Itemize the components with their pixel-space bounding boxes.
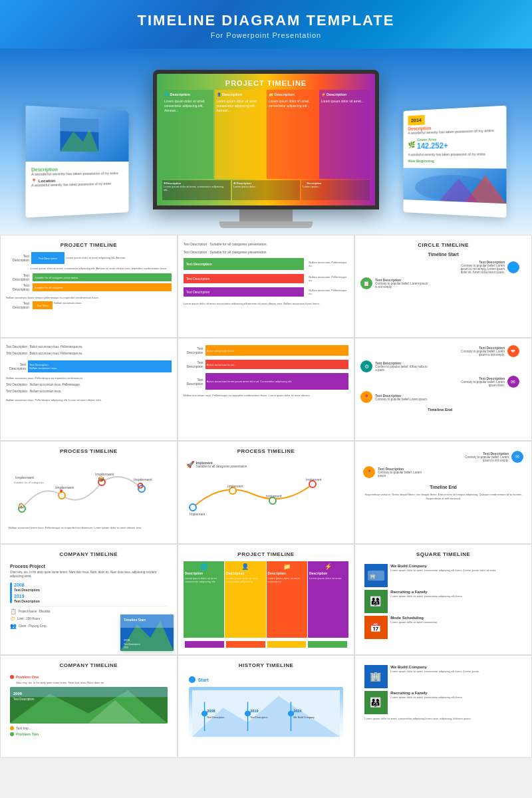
proj-bar-orange: Suitable for all assignee. xyxy=(33,283,172,291)
proj-tl4-row2: Text Description Action accumsan lorem. xyxy=(184,360,349,369)
history-start-label: Start xyxy=(198,678,209,682)
square-tl-content: 🏢 We Build Company Lorem ipsum dolor sit… xyxy=(360,561,526,644)
monitor-base xyxy=(219,221,313,228)
circle-extra-dot-2: 📍 xyxy=(363,466,375,478)
svg-text:Text Description: Text Description xyxy=(13,698,35,701)
square-item-3: 📅 Mode Scheduling Lorem ipsum dolor sit … xyxy=(364,616,522,639)
slide-project-timeline-2: Text Description Suitable for all catego… xyxy=(178,235,355,338)
slide-company-timeline-1: COMPANY TIMELINE Process Project Otter e… xyxy=(0,544,178,655)
svg-text:We Build Company: We Build Company xyxy=(293,716,315,719)
problem-1: Problem One xyxy=(10,675,168,679)
proj-row-3: Text Description Suitable for all assign… xyxy=(6,283,172,291)
company-tl1-title: COMPANY TIMELINE xyxy=(6,551,172,557)
vert-proj-bottom xyxy=(184,640,349,649)
circle-extra-items: Text Description Contrary to popular bel… xyxy=(360,448,526,503)
square-tl2-content: 🏢 We Build Company Lorem ipsum dolor sit… xyxy=(360,662,526,723)
left-slide: Description A wonderful serenity has tak… xyxy=(26,106,129,218)
square-img-3: 📅 xyxy=(364,616,388,639)
proj-bar-red: Text Description xyxy=(184,274,305,283)
svg-text:🏠: 🏠 xyxy=(18,502,25,509)
svg-text:Implement: Implement xyxy=(306,477,322,481)
vert-proj-tl: 🌐 Description Lorem ipsum dolor sit amet… xyxy=(184,561,349,638)
process-svg-2: Implement Implement Implement Implement xyxy=(186,471,332,517)
company-subtitle: Process Project xyxy=(10,564,168,569)
history-start: Start xyxy=(189,676,344,683)
proj-tl4-row3: Text Description Action accumsan lorem i… xyxy=(184,373,349,390)
svg-text:Text Description: Text Description xyxy=(250,716,267,719)
header-subtitle: For Powerpoint Presentation xyxy=(7,31,525,39)
company-tl-image: Timeline Start 2008 Text Description 201… xyxy=(120,614,174,651)
circle-extra-2: 📍 Text Description Contrary to popular b… xyxy=(363,466,523,478)
circle-dot-6: 📍 xyxy=(360,391,372,403)
circle-item-3: Text Description Contrary to popular bel… xyxy=(458,345,519,357)
svg-text:Text Description: Text Description xyxy=(124,643,140,646)
svg-text:Implement: Implement xyxy=(266,494,282,498)
square-item-2: 👨‍👩‍👧 Recruiting a Family Lorem ipsum do… xyxy=(364,590,522,613)
monitor-bottom-row: ✉ Description Lorem ipsum dolor sit amet… xyxy=(162,180,370,200)
process-tl2-content: 🚀 Implement Suitable for all categories … xyxy=(184,458,349,523)
right-slide-area: 🌿 Green Area 142.252+ xyxy=(408,136,501,151)
square-img-4: 🏢 xyxy=(364,665,388,688)
history-tl-visual: 2008 2019 2024 Text Description Text Des… xyxy=(189,687,344,740)
client-icon: 👥 xyxy=(10,623,17,629)
slide-circle-tl-extra: Text Description Contrary to popular bel… xyxy=(354,441,532,544)
proj-tl3-main: Text Description Text DescriptionNullam … xyxy=(6,360,172,372)
svg-text:2008: 2008 xyxy=(207,709,215,713)
svg-text:🏢: 🏢 xyxy=(370,573,376,579)
slide-circle-timeline-bottom: Text Description Contrary to popular bel… xyxy=(354,338,532,441)
svg-point-19 xyxy=(190,504,196,511)
svg-text:🏢: 🏢 xyxy=(370,671,382,682)
square-img-1: 🏢 xyxy=(364,564,388,587)
clock-icon: ⏱ xyxy=(10,616,15,622)
svg-text:Implement: Implement xyxy=(227,484,243,488)
vert-col-2: 👤 Description Lorem ipsum dolor sit amet… xyxy=(225,561,265,638)
vert-col-4: ⚡ Description Lorem ipsum dolor sit amet… xyxy=(308,561,348,638)
proj-bottom-text: Nullam accumsan fusce tempor pellentesqu… xyxy=(6,296,172,299)
svg-text:Text Description: Text Description xyxy=(207,716,224,719)
slide-project-timeline-1: PROJECT TIMELINE Text Description Text D… xyxy=(0,235,178,338)
company-tl2-content: Problem One Otter eny, uts. In for ately… xyxy=(6,672,172,739)
monitor-columns: 🌐 Description Lorem ipsum dolor sit amet… xyxy=(162,90,370,179)
proj-row-7: Text Description Nullam accumsan. Pellen… xyxy=(184,287,349,297)
monitor-col-4: ⚡ Description Lorem ipsum dolor sit amet… xyxy=(319,90,370,179)
svg-text:2008: 2008 xyxy=(124,638,130,642)
right-slide-big-number: 142.252+ xyxy=(417,141,448,150)
svg-text:Timeline Start: Timeline Start xyxy=(124,618,146,622)
monitor-col-2: 👤 Description Lorem ipsum dolor sit amet… xyxy=(215,90,266,179)
svg-text:2019: 2019 xyxy=(250,709,258,713)
history-tl-content: Start 2008 2019 2024 Text Description xyxy=(184,672,349,744)
svg-text:Implement: Implement xyxy=(15,475,34,479)
right-slide-map xyxy=(404,168,507,204)
company-meta-1: 📋 Project Name : Blacklist xyxy=(10,608,168,614)
proj-row-4: Text Description Text Desc Nullam accums… xyxy=(6,301,172,309)
proj-bar-purple: Text Description xyxy=(184,287,305,297)
right-slide: 2014 Description A wonderful serenity ha… xyxy=(404,106,507,218)
slide-square-timeline-2: 🏢 We Build Company Lorem ipsum dolor sit… xyxy=(354,655,532,758)
svg-text:📅: 📅 xyxy=(370,622,382,633)
circle-item-1: Text Description Contrary to popular bel… xyxy=(458,260,519,274)
svg-text:2008: 2008 xyxy=(13,692,23,696)
slide-project-timeline-4: Text Description Action accumsan lorem. … xyxy=(178,338,355,441)
svg-rect-44 xyxy=(10,688,168,698)
process-row-1: 🚀 Implement Suitable for all categories … xyxy=(186,461,346,468)
svg-point-20 xyxy=(229,487,236,494)
slide-history-timeline: History Timeline Start 2008 xyxy=(178,655,355,758)
svg-text:Suitable for all categories: Suitable for all categories xyxy=(14,481,44,484)
right-slide-area-desc: A wonderful serenity has taken possessio… xyxy=(408,152,501,156)
leaf-icon: 🌿 xyxy=(408,141,416,148)
monitor: PROJECT TIMELINE 🌐 Description Lorem ips… xyxy=(153,70,379,209)
left-slide-image xyxy=(26,106,129,162)
big-proj-title: PROJECT TIMELINE xyxy=(184,551,349,557)
svg-rect-2 xyxy=(60,118,98,132)
svg-text:⭕: ⭕ xyxy=(137,482,144,489)
monitor-screen: PROJECT TIMELINE 🌐 Description Lorem ips… xyxy=(157,74,375,205)
problem-3: Problem Two xyxy=(10,732,168,736)
svg-text:👨‍👩‍👧: 👨‍👩‍👧 xyxy=(370,697,382,708)
vert-col-1: 🌐 Description Lorem ipsum dolor sit amet… xyxy=(184,561,224,638)
circle-item-5: Text Description Contrary to popular bel… xyxy=(458,376,519,388)
process-svg-1: Implement Suitable for all categories Im… xyxy=(9,462,162,522)
company-tl2-title: COMPANY TIMELINE xyxy=(6,662,172,668)
circle-tl-items: Text Description Contrary to popular bel… xyxy=(360,260,526,293)
problem-2: Text Imp... xyxy=(10,726,168,730)
proj-row-1: Text Description Text Description Lorem … xyxy=(6,252,172,264)
